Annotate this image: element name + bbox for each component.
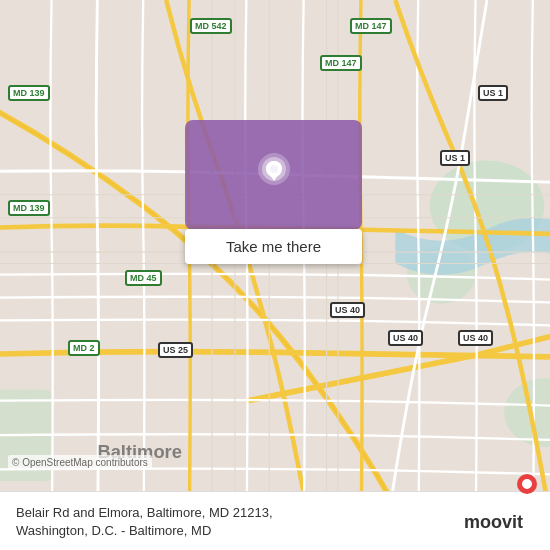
road-badge-md147-2: MD 147 xyxy=(320,55,362,71)
road-badge-md542: MD 542 xyxy=(190,18,232,34)
address-text: Belair Rd and Elmora, Baltimore, MD 2121… xyxy=(16,505,273,538)
road-badge-us40-1: US 40 xyxy=(330,302,365,318)
road-badge-us1-1: US 1 xyxy=(478,85,508,101)
road-badge-us40-3: US 40 xyxy=(458,330,493,346)
road-badge-us25: US 25 xyxy=(158,342,193,358)
road-badge-md45: MD 45 xyxy=(125,270,162,286)
road-badge-md139-2: MD 139 xyxy=(8,200,50,216)
map-highlight-region xyxy=(185,120,362,230)
svg-text:moovit: moovit xyxy=(464,512,523,532)
road-badge-us1-2: US 1 xyxy=(440,150,470,166)
road-badge-md139-1: MD 139 xyxy=(8,85,50,101)
location-pin-icon xyxy=(254,151,294,199)
road-badge-us40-2: US 40 xyxy=(388,330,423,346)
take-me-there-button[interactable]: Take me there xyxy=(185,229,362,264)
location-card: Belair Rd and Elmora, Baltimore, MD 2121… xyxy=(0,491,550,550)
moovit-pin-icon xyxy=(512,472,542,502)
road-badge-md147-1: MD 147 xyxy=(350,18,392,34)
location-address: Belair Rd and Elmora, Baltimore, MD 2121… xyxy=(16,504,452,540)
map-container: Baltimore Take me there MD 542 MD 147 MD… xyxy=(0,0,550,550)
moovit-logo-svg: moovit xyxy=(464,508,534,536)
map-attribution: © OpenStreetMap contributors xyxy=(8,455,152,470)
moovit-logo: moovit xyxy=(464,508,534,536)
road-badge-md2: MD 2 xyxy=(68,340,100,356)
